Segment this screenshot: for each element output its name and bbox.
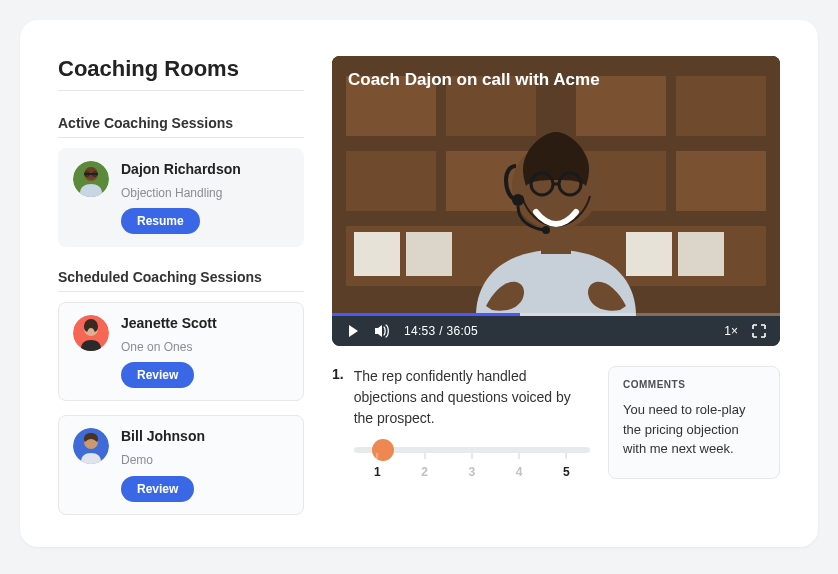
session-card[interactable]: Bill Johnson Demo Review [58, 415, 304, 514]
progress-fill [332, 313, 520, 316]
svg-rect-3 [84, 173, 98, 175]
session-topic: Objection Handling [121, 186, 241, 200]
scheduled-sessions-section: Scheduled Coaching Sessions Jeanette Sco… [58, 269, 304, 514]
rating-text: The rep confidently handled objections a… [354, 366, 590, 429]
time-display: 14:53 / 36:05 [404, 324, 478, 338]
video-title: Coach Dajon on call with Acme [348, 70, 600, 90]
resume-button[interactable]: Resume [121, 208, 200, 234]
progress-bar[interactable] [332, 313, 780, 316]
tick-label: 1 [354, 465, 401, 479]
session-name: Dajon Richardson [121, 161, 241, 178]
sidebar: Coaching Rooms Active Coaching Sessions [58, 56, 304, 515]
svg-rect-15 [676, 76, 766, 136]
tick-label: 2 [401, 465, 448, 479]
svg-rect-21 [354, 232, 400, 276]
rating-and-comments: 1. The rep confidently handled objection… [332, 366, 780, 479]
comments-text: You need to role-play the pricing object… [623, 400, 765, 459]
rating-block: 1. The rep confidently handled objection… [332, 366, 590, 479]
comments-heading: COMMENTS [623, 379, 765, 390]
page-title: Coaching Rooms [58, 56, 304, 91]
avatar [73, 315, 109, 351]
session-name: Bill Johnson [121, 428, 205, 445]
rating-number: 1. [332, 366, 344, 479]
session-name: Jeanette Scott [121, 315, 217, 332]
video-controls: 14:53 / 36:05 1× [332, 316, 780, 346]
review-button[interactable]: Review [121, 362, 194, 388]
avatar [73, 161, 109, 197]
tick-label: 4 [495, 465, 542, 479]
review-button[interactable]: Review [121, 476, 194, 502]
video-still [332, 56, 780, 316]
video-viewport[interactable]: Coach Dajon on call with Acme [332, 56, 780, 316]
playback-speed[interactable]: 1× [724, 324, 738, 338]
session-card[interactable]: Jeanette Scott One on Ones Review [58, 302, 304, 401]
fullscreen-icon[interactable] [752, 324, 766, 338]
volume-icon[interactable] [374, 324, 390, 338]
tick-label: 5 [543, 465, 590, 479]
session-card[interactable]: Dajon Richardson Objection Handling Resu… [58, 148, 304, 247]
session-topic: One on Ones [121, 340, 217, 354]
svg-point-31 [542, 226, 550, 234]
coaching-rooms-card: Coaching Rooms Active Coaching Sessions [20, 20, 818, 547]
svg-rect-16 [346, 151, 436, 211]
svg-rect-19 [676, 151, 766, 211]
svg-rect-24 [678, 232, 724, 276]
main-content: Coach Dajon on call with Acme 14:53 / 36… [332, 56, 780, 515]
rating-slider[interactable]: 1 2 3 4 5 [354, 447, 590, 479]
svg-rect-23 [626, 232, 672, 276]
slider-thumb[interactable] [372, 439, 394, 461]
tick-label: 3 [448, 465, 495, 479]
active-sessions-heading: Active Coaching Sessions [58, 115, 304, 138]
svg-rect-22 [406, 232, 452, 276]
play-icon[interactable] [346, 324, 360, 338]
scheduled-sessions-heading: Scheduled Coaching Sessions [58, 269, 304, 292]
comments-box: COMMENTS You need to role-play the prici… [608, 366, 780, 479]
active-sessions-section: Active Coaching Sessions Dajon Richardso… [58, 115, 304, 247]
svg-point-30 [512, 194, 524, 206]
session-topic: Demo [121, 453, 205, 467]
video-player: Coach Dajon on call with Acme 14:53 / 36… [332, 56, 780, 346]
avatar [73, 428, 109, 464]
